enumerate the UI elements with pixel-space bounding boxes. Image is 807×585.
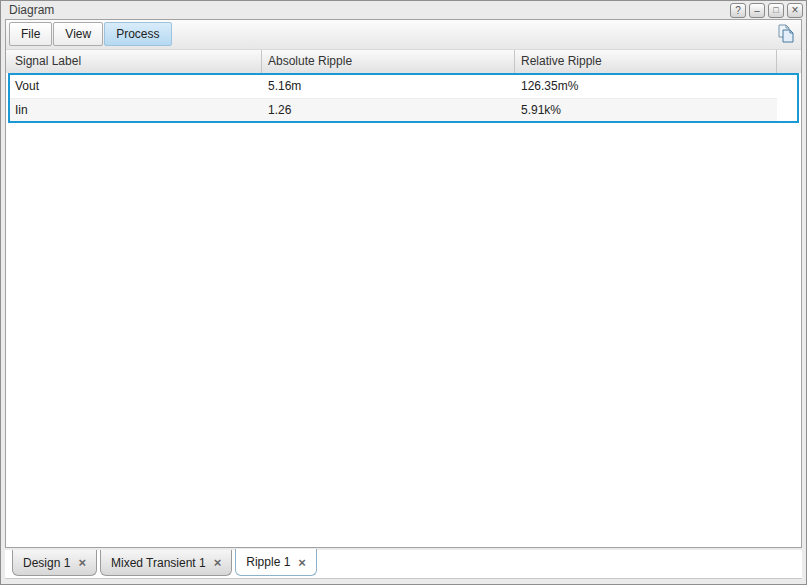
menu-process[interactable]: Process — [104, 22, 171, 46]
column-header-absolute-ripple[interactable]: Absolute Ripple — [262, 50, 515, 73]
close-button[interactable]: × — [787, 3, 803, 18]
close-tab-icon[interactable]: × — [298, 556, 306, 569]
title-bar: Diagram ? – □ × — [1, 1, 806, 19]
tab-ripple-1[interactable]: Ripple 1 × — [235, 549, 317, 576]
close-tab-icon[interactable]: × — [214, 556, 222, 569]
relative-ripple-cell: 126.35m% — [515, 75, 777, 98]
copy-pages-icon — [775, 23, 796, 47]
table-row[interactable]: Vout 5.16m 126.35m% — [10, 75, 797, 98]
document-tab-bar: Design 1 × Mixed Transient 1 × Ripple 1 … — [5, 550, 802, 579]
table-row[interactable]: Iin 1.26 5.91k% — [10, 98, 797, 121]
tab-label: Design 1 — [23, 556, 70, 570]
close-tab-icon[interactable]: × — [78, 556, 86, 569]
copy-button[interactable] — [774, 24, 796, 46]
window-title: Diagram — [9, 3, 54, 17]
column-header-spacer — [777, 50, 801, 73]
signal-label-cell: Vout — [10, 75, 262, 98]
window-controls: ? – □ × — [730, 3, 803, 18]
tab-design-1[interactable]: Design 1 × — [12, 550, 97, 576]
ripple-table: Vout 5.16m 126.35m% Iin 1.26 5.91k% — [8, 73, 799, 123]
column-header-signal-label[interactable]: Signal Label — [6, 50, 262, 73]
tab-label: Ripple 1 — [246, 555, 290, 569]
row-spacer-cell — [777, 75, 797, 98]
absolute-ripple-cell: 1.26 — [262, 98, 515, 121]
minimize-button[interactable]: – — [749, 3, 765, 18]
tab-mixed-transient-1[interactable]: Mixed Transient 1 × — [100, 550, 232, 576]
column-header-relative-ripple[interactable]: Relative Ripple — [515, 50, 777, 73]
main-panel: File View Process Signal Label Absolute … — [5, 19, 802, 548]
toolbar: File View Process — [6, 20, 801, 49]
help-button[interactable]: ? — [730, 3, 746, 18]
diagram-window: Diagram ? – □ × File View Process — [0, 0, 807, 585]
menu-view[interactable]: View — [53, 22, 103, 46]
row-spacer-cell — [777, 98, 797, 121]
menu-file[interactable]: File — [9, 22, 52, 46]
maximize-button[interactable]: □ — [768, 3, 784, 18]
relative-ripple-cell: 5.91k% — [515, 98, 777, 121]
signal-label-cell: Iin — [10, 98, 262, 121]
absolute-ripple-cell: 5.16m — [262, 75, 515, 98]
table-header: Signal Label Absolute Ripple Relative Ri… — [6, 49, 801, 73]
menu-bar: File View Process — [6, 20, 801, 46]
tab-label: Mixed Transient 1 — [111, 556, 206, 570]
